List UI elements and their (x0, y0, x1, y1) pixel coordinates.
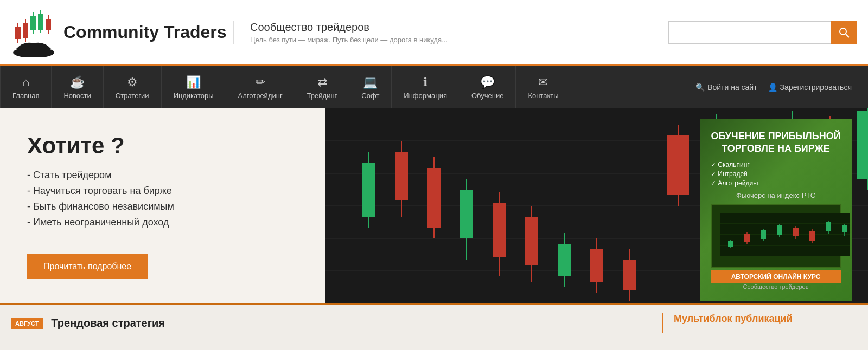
nav-item-home[interactable]: ⌂ Главная (0, 66, 52, 108)
search-button[interactable] (831, 21, 857, 44)
search-area (668, 21, 857, 44)
article-title: Трендовая стратегия (51, 317, 165, 329)
svg-rect-61 (744, 234, 750, 242)
svg-rect-4 (23, 23, 28, 38)
nav-item-education[interactable]: 💬 Обучение (459, 66, 516, 108)
bottom-right: Мультиблок публикаций (662, 313, 857, 333)
svg-line-17 (846, 34, 849, 37)
bottom-left: август Трендовая стратегия (11, 313, 651, 333)
svg-rect-7 (30, 16, 36, 30)
svg-rect-63 (761, 230, 766, 239)
hero-list-item-2: - Научиться торговать на бирже (27, 185, 298, 197)
navbar: ⌂ Главная ☕ Новости ⚙ Стратегии 📊 Индика… (0, 66, 868, 108)
soft-icon: 💻 (363, 75, 378, 89)
hero-cta-button[interactable]: Прочитать подробнее (27, 254, 148, 279)
news-icon: ☕ (70, 75, 85, 89)
home-icon: ⌂ (22, 75, 29, 89)
nav-items: ⌂ Главная ☕ Новости ⚙ Стратегии 📊 Индика… (0, 66, 679, 108)
svg-rect-27 (395, 152, 408, 200)
svg-rect-73 (842, 225, 847, 232)
search-icon (839, 27, 850, 38)
logo-text: Community Traders (63, 23, 227, 42)
svg-rect-10 (38, 14, 43, 30)
svg-rect-33 (493, 203, 506, 257)
info-icon: ℹ (423, 75, 427, 89)
svg-point-16 (840, 28, 846, 35)
nav-item-algotrading[interactable]: ✏ Алготрейдинг (226, 66, 295, 108)
checklist-item-2: Интрадей (711, 170, 841, 178)
svg-rect-71 (826, 222, 831, 231)
book-author: Сообщество трейдеров (711, 283, 841, 290)
nav-item-trading[interactable]: ⇄ Трейдинг (295, 66, 350, 108)
hero-list-item-1: - Стать трейдером (27, 170, 298, 181)
nav-label-contacts: Контакты (528, 92, 558, 100)
register-label: Зарегистрироваться (780, 83, 852, 92)
header: Community Traders Сообщество трейдеров Ц… (0, 0, 868, 66)
nav-item-indicators[interactable]: 📊 Индикаторы (162, 66, 226, 108)
login-link[interactable]: 🔍 Войти на сайт (695, 83, 757, 92)
register-icon: 👤 (768, 83, 777, 92)
svg-rect-35 (525, 217, 538, 265)
book-futures-label: Фьючерс на индекс РТС (711, 191, 841, 199)
trading-icon: ⇄ (317, 75, 327, 89)
login-icon: 🔍 (695, 83, 705, 92)
multiblock-title: Мультиблок публикаций (674, 313, 793, 324)
svg-rect-69 (809, 231, 815, 241)
strategies-icon: ⚙ (127, 75, 138, 89)
nav-item-contacts[interactable]: ✉ Контакты (516, 66, 571, 108)
svg-rect-29 (427, 168, 441, 228)
register-link[interactable]: 👤 Зарегистрироваться (768, 83, 852, 92)
hero-left: Хотите ? - Стать трейдером - Научиться т… (0, 108, 326, 303)
nav-label-home: Главная (12, 92, 39, 100)
checklist-item-1: Скальпинг (711, 161, 841, 168)
svg-rect-39 (590, 249, 603, 282)
nav-label-indicators: Индикаторы (174, 92, 214, 100)
month-badge: август (11, 318, 43, 329)
login-label: Войти на сайт (707, 83, 757, 92)
bottom-section: август Трендовая стратегия Мультиблок пу… (0, 303, 868, 341)
hero-right: ОБУЧЕНИЕ ПРИБЫЛЬНОЙ ТОРГОВЛЕ НА БИРЖЕ Ск… (326, 108, 868, 303)
nav-label-trading: Трейдинг (307, 92, 337, 100)
hero-section: Хотите ? - Стать трейдером - Научиться т… (0, 108, 868, 303)
hero-title: Хотите ? (27, 133, 298, 159)
nav-label-strategies: Стратегии (116, 92, 149, 100)
mini-chart (720, 213, 850, 256)
nav-label-soft: Софт (361, 92, 379, 100)
site-name: Сообщество трейдеров (250, 21, 668, 34)
site-tagline-text: Цель без пути — мираж. Путь без цели — д… (250, 36, 668, 44)
nav-item-news[interactable]: ☕ Новости (52, 66, 103, 108)
nav-item-info[interactable]: ℹ Информация (392, 66, 459, 108)
logo-icon (11, 8, 57, 57)
book-title: ОБУЧЕНИЕ ПРИБЫЛЬНОЙ ТОРГОВЛЕ НА БИРЖЕ (711, 130, 841, 155)
svg-rect-1 (15, 27, 21, 39)
hero-list-item-4: - Иметь неограниченный доход (27, 217, 298, 228)
svg-rect-37 (558, 244, 571, 276)
nav-label-algotrading: Алготрейдинг (238, 92, 283, 100)
algotrading-icon: ✏ (256, 75, 265, 89)
svg-rect-65 (777, 225, 782, 235)
logo-area: Community Traders (11, 8, 233, 57)
nav-item-soft[interactable]: 💻 Софт (349, 66, 392, 108)
nav-label-news: Новости (63, 92, 91, 100)
search-input[interactable] (668, 21, 831, 44)
nav-auth: 🔍 Войти на сайт 👤 Зарегистрироваться (679, 83, 868, 92)
book-checklist: Скальпинг Интрадей Алготрейдинг (711, 161, 841, 187)
hero-list-item-3: - Быть финансово независимым (27, 201, 298, 212)
education-icon: 💬 (480, 75, 495, 89)
hero-list: - Стать трейдером - Научиться торговать … (27, 170, 298, 232)
book-course-label: АВТОРСКИЙ ОНЛАЙН КУРС (711, 270, 841, 283)
svg-rect-31 (460, 190, 473, 238)
book-overlay: ОБУЧЕНИЕ ПРИБЫЛЬНОЙ ТОРГОВЛЕ НА БИРЖЕ Ск… (700, 119, 852, 301)
nav-label-education: Обучение (471, 92, 503, 100)
svg-rect-67 (793, 228, 799, 236)
nav-item-strategies[interactable]: ⚙ Стратегии (104, 66, 162, 108)
contacts-icon: ✉ (538, 75, 548, 89)
svg-rect-41 (623, 260, 636, 290)
svg-rect-43 (667, 135, 689, 195)
svg-rect-25 (362, 163, 375, 217)
site-tagline: Сообщество трейдеров Цель без пути — мир… (233, 21, 668, 44)
checklist-item-3: Алготрейдинг (711, 179, 841, 187)
nav-label-info: Информация (404, 92, 447, 100)
svg-rect-53 (857, 111, 868, 179)
svg-rect-59 (728, 241, 733, 247)
